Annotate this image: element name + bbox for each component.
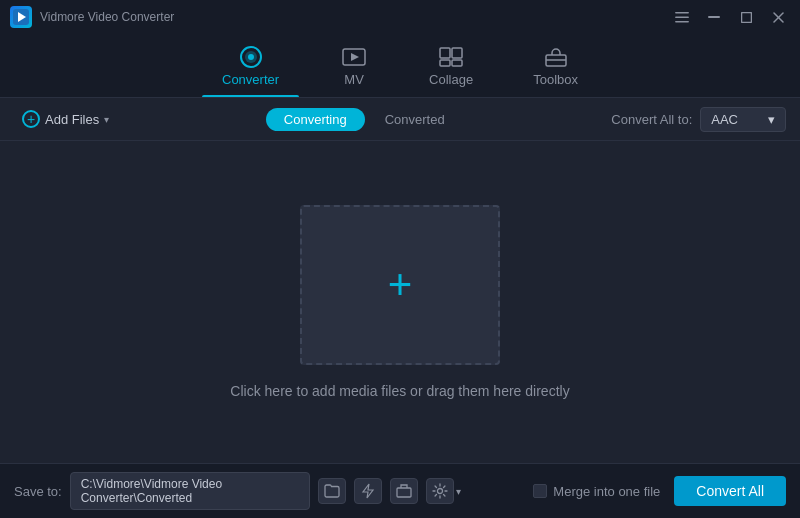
collage-icon	[438, 46, 464, 68]
sub-tab-converting[interactable]: Converting	[266, 108, 365, 131]
toolbox-icon	[543, 46, 569, 68]
sub-tabs: Converting Converted	[127, 108, 601, 131]
settings-dropdown-arrow: ▾	[456, 486, 461, 497]
svg-point-22	[437, 489, 442, 494]
export-button[interactable]	[390, 478, 418, 504]
toolbar: + Add Files ▾ Converting Converted Conve…	[0, 98, 800, 141]
app-logo	[10, 6, 32, 28]
tab-toolbox-label: Toolbox	[533, 72, 578, 87]
svg-rect-6	[741, 12, 751, 22]
svg-rect-3	[675, 16, 689, 18]
add-files-label: Add Files	[45, 112, 99, 127]
svg-rect-4	[675, 21, 689, 23]
add-files-dropdown-arrow: ▾	[104, 114, 109, 125]
main-content: + Click here to add media files or drag …	[0, 141, 800, 463]
save-path-display[interactable]: C:\Vidmore\Vidmore Video Converter\Conve…	[70, 472, 310, 510]
convert-all-button[interactable]: Convert All	[674, 476, 786, 506]
svg-rect-21	[397, 488, 411, 497]
close-button[interactable]	[764, 6, 792, 28]
svg-point-11	[248, 54, 254, 60]
merge-checkbox[interactable]	[533, 484, 547, 498]
add-files-button[interactable]: + Add Files ▾	[14, 106, 117, 132]
svg-rect-16	[440, 60, 450, 66]
format-dropdown-arrow: ▾	[768, 112, 775, 127]
svg-marker-13	[351, 53, 359, 61]
svg-rect-2	[675, 12, 689, 14]
minimize-button[interactable]	[700, 6, 728, 28]
footer: Save to: C:\Vidmore\Vidmore Video Conver…	[0, 463, 800, 518]
mv-icon	[341, 46, 367, 68]
maximize-button[interactable]	[732, 6, 760, 28]
flash-button[interactable]	[354, 478, 382, 504]
open-folder-button[interactable]	[318, 478, 346, 504]
plus-icon: +	[388, 264, 413, 306]
title-bar-left: Vidmore Video Converter	[10, 6, 174, 28]
svg-rect-5	[708, 16, 720, 18]
convert-all-to-label: Convert All to:	[611, 112, 692, 127]
converter-icon	[238, 46, 264, 68]
selected-format: AAC	[711, 112, 738, 127]
app-title: Vidmore Video Converter	[40, 10, 174, 24]
settings-button[interactable]	[426, 478, 454, 504]
tab-converter[interactable]: Converter	[192, 40, 309, 97]
drop-hint: Click here to add media files or drag th…	[230, 383, 569, 399]
add-files-icon: +	[22, 110, 40, 128]
drop-zone[interactable]: +	[300, 205, 500, 365]
tab-collage-label: Collage	[429, 72, 473, 87]
tab-mv[interactable]: MV	[309, 40, 399, 97]
footer-right: Merge into one file Convert All	[533, 476, 786, 506]
nav-tabs: Converter MV Collage	[0, 34, 800, 98]
svg-rect-14	[440, 48, 450, 58]
tab-converter-label: Converter	[222, 72, 279, 87]
menu-button[interactable]	[668, 6, 696, 28]
toolbar-right: Convert All to: AAC ▾	[611, 107, 786, 132]
sub-tab-converted[interactable]: Converted	[367, 108, 463, 131]
tab-toolbox[interactable]: Toolbox	[503, 40, 608, 97]
title-bar-controls	[668, 6, 792, 28]
format-dropdown[interactable]: AAC ▾	[700, 107, 786, 132]
save-label: Save to:	[14, 484, 62, 499]
title-bar: Vidmore Video Converter	[0, 0, 800, 34]
merge-label[interactable]: Merge into one file	[533, 484, 660, 499]
tab-mv-label: MV	[344, 72, 364, 87]
svg-rect-15	[452, 48, 462, 58]
svg-rect-17	[452, 60, 462, 66]
merge-text: Merge into one file	[553, 484, 660, 499]
svg-marker-20	[363, 484, 373, 498]
tab-collage[interactable]: Collage	[399, 40, 503, 97]
